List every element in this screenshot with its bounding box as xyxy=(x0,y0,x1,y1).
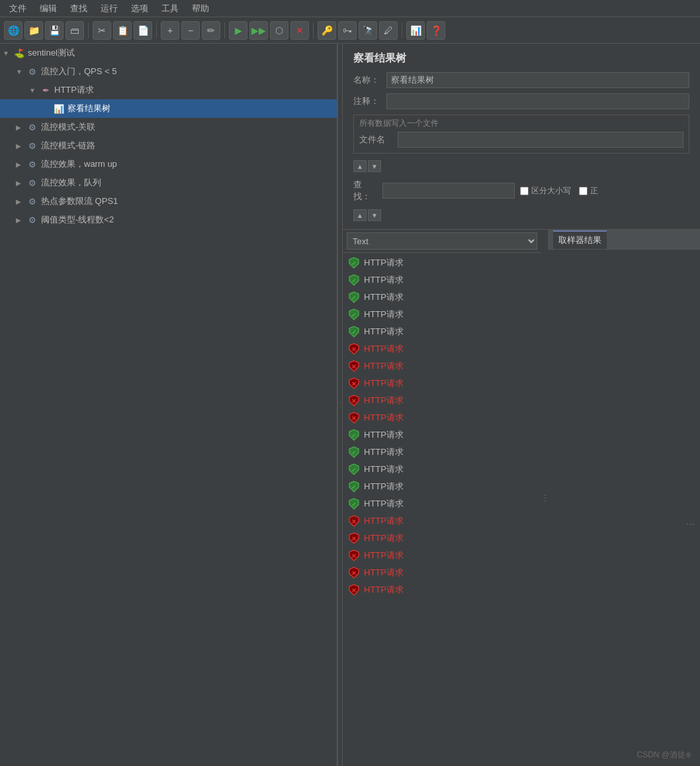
tree-arrow-sentinel: ▼ xyxy=(3,50,13,57)
result-item-text: HTTP请求 xyxy=(364,429,404,441)
success-icon: ✓ xyxy=(348,326,360,338)
result-item[interactable]: ✕HTTP请求 xyxy=(343,340,541,358)
result-item[interactable]: ✕HTTP请求 xyxy=(343,530,541,547)
success-icon: ✓ xyxy=(348,429,360,441)
toolbar-remove[interactable]: − xyxy=(181,21,200,40)
tree-item-http-parent[interactable]: ▼ ✒ HTTP请求 xyxy=(0,81,337,99)
toolbar-save-all[interactable]: 💾 xyxy=(45,21,64,40)
tree-item-view-result[interactable]: 📊 察看结果树 xyxy=(0,99,337,118)
toolbar-run[interactable]: ▶ xyxy=(229,21,247,40)
result-item[interactable]: ✕HTTP请求 xyxy=(343,547,541,564)
error-icon: ✕ xyxy=(348,360,360,372)
result-item[interactable]: ✓HTTP请求 xyxy=(343,426,541,444)
svg-text:✕: ✕ xyxy=(351,381,357,387)
name-input[interactable] xyxy=(386,72,689,88)
toolbar-help[interactable]: ❓ xyxy=(427,21,445,40)
toolbar-search[interactable]: 🔭 xyxy=(359,21,377,40)
result-item-text: HTTP请求 xyxy=(364,567,404,579)
menu-run[interactable]: 运行 xyxy=(95,1,123,16)
tree-item-flow-chain[interactable]: ▶ ⚙ 流控模式-链路 xyxy=(0,136,337,155)
tree-item-flow-queue[interactable]: ▶ ⚙ 流控效果，队列 xyxy=(0,173,337,192)
regexp-check[interactable]: 正 xyxy=(579,185,598,197)
gear-icon-flow: ⚙ xyxy=(26,66,38,77)
tree-item-flow-warmup[interactable]: ▶ ⚙ 流控效果，warm up xyxy=(0,155,337,173)
result-item[interactable]: ✕HTTP请求 xyxy=(343,512,541,530)
result-item[interactable]: ✕HTTP请求 xyxy=(343,358,541,375)
svg-text:✓: ✓ xyxy=(351,277,357,284)
toolbar-toggle[interactable]: ⬡ xyxy=(270,21,288,40)
gear-icon-warmup: ⚙ xyxy=(26,158,38,170)
comment-row: 注释： xyxy=(353,93,689,109)
toolbar-key1[interactable]: 🔑 xyxy=(318,21,336,40)
case-sensitive-check[interactable]: 区分大小写 xyxy=(520,185,571,197)
toolbar-new-project[interactable]: 🌐 xyxy=(4,21,22,40)
file-input[interactable] xyxy=(398,132,683,148)
toolbar-pen[interactable]: 🖊 xyxy=(379,21,398,40)
tree-label-warmup: 流控效果，warm up xyxy=(41,158,117,170)
result-item[interactable]: ✕HTTP请求 xyxy=(343,581,541,598)
error-icon: ✕ xyxy=(348,550,360,561)
nav-up-btn-2[interactable]: ▲ xyxy=(353,209,367,221)
tree-arrow-queue: ▶ xyxy=(16,179,26,187)
tree-label-queue: 流控效果，队列 xyxy=(41,177,101,189)
nav-down-btn[interactable]: ▼ xyxy=(368,160,381,172)
result-item[interactable]: ✓HTTP请求 xyxy=(343,306,541,323)
result-item[interactable]: ✕HTTP请求 xyxy=(343,375,541,392)
menu-edit[interactable]: 编辑 xyxy=(34,1,62,16)
result-item-text: HTTP请求 xyxy=(364,377,404,389)
result-item[interactable]: ✓HTTP请求 xyxy=(343,254,541,271)
tab-sampler-result[interactable]: 取样器结果 xyxy=(553,230,607,249)
tree-label-hotparam: 热点参数限流 QPS1 xyxy=(41,195,118,207)
tree-item-hotparam[interactable]: ▶ ⚙ 热点参数限流 QPS1 xyxy=(0,192,337,211)
result-item[interactable]: ✓HTTP请求 xyxy=(343,478,541,495)
toolbar-edit[interactable]: ✏ xyxy=(202,21,220,40)
view-mode-select[interactable]: Text XML JSON Rendered xyxy=(347,232,537,250)
result-item-text: HTTP请求 xyxy=(364,550,404,561)
tree-item-flow-entry[interactable]: ▼ ⚙ 流控入门，QPS < 5 xyxy=(0,62,337,81)
result-item[interactable]: ✓HTTP请求 xyxy=(343,444,541,461)
tree-item-threshold[interactable]: ▶ ⚙ 阈值类型-线程数<2 xyxy=(0,211,337,229)
main-splitter[interactable]: ⋮ xyxy=(337,44,343,766)
menu-help[interactable]: 帮助 xyxy=(187,1,214,16)
toolbar-paste[interactable]: 📄 xyxy=(134,21,152,40)
svg-text:✓: ✓ xyxy=(351,484,357,491)
toolbar-cut[interactable]: ✂ xyxy=(93,21,111,40)
menu-tools[interactable]: 工具 xyxy=(156,1,184,16)
comment-input[interactable] xyxy=(386,93,689,109)
toolbar-copy[interactable]: 📋 xyxy=(113,21,132,40)
toolbar-run-all[interactable]: ▶▶ xyxy=(249,21,268,40)
menu-options[interactable]: 选项 xyxy=(126,1,153,16)
search-input[interactable] xyxy=(382,183,515,199)
list-sample-splitter[interactable]: ⋮ xyxy=(541,230,548,766)
menu-find[interactable]: 查找 xyxy=(65,1,93,16)
menu-file[interactable]: 文件 xyxy=(4,1,32,16)
toolbar-open[interactable]: 📁 xyxy=(24,21,43,40)
svg-text:✓: ✓ xyxy=(351,501,357,508)
right-edge-dots[interactable]: ⋮ xyxy=(683,517,699,533)
result-item[interactable]: ✓HTTP请求 xyxy=(343,289,541,306)
tree-item-sentinel-test[interactable]: ▼ ⛳ sentinel测试 xyxy=(0,44,337,62)
toolbar-sep2 xyxy=(156,23,157,38)
toolbar-add[interactable]: + xyxy=(161,21,179,40)
result-item[interactable]: ✕HTTP请求 xyxy=(343,392,541,409)
result-item[interactable]: ✕HTTP请求 xyxy=(343,409,541,426)
result-item[interactable]: ✓HTTP请求 xyxy=(343,323,541,340)
regexp-checkbox[interactable] xyxy=(579,187,588,195)
result-item[interactable]: ✕HTTP请求 xyxy=(343,564,541,581)
toolbar: 🌐 📁 💾 🗃 ✂ 📋 📄 + − ✏ ▶ ▶▶ ⬡ ✕ 🔑 🗝 🔭 🖊 📊 ❓ xyxy=(0,17,700,44)
case-sensitive-checkbox[interactable] xyxy=(520,187,529,195)
toolbar-key2[interactable]: 🗝 xyxy=(338,21,357,40)
result-item[interactable]: ✓HTTP请求 xyxy=(343,461,541,478)
toolbar-report[interactable]: 📊 xyxy=(406,21,425,40)
toolbar-save[interactable]: 🗃 xyxy=(66,21,84,40)
tree-item-flow-link[interactable]: ▶ ⚙ 流控模式-关联 xyxy=(0,118,337,136)
nav-arrows-2: ▲ ▼ xyxy=(353,207,689,224)
svg-text:✕: ✕ xyxy=(351,587,357,594)
nav-down-btn-2[interactable]: ▼ xyxy=(368,209,381,221)
result-item[interactable]: ✓HTTP请求 xyxy=(343,271,541,289)
result-item[interactable]: ✓HTTP请求 xyxy=(343,495,541,512)
nav-up-btn[interactable]: ▲ xyxy=(353,160,367,172)
success-icon: ✓ xyxy=(348,274,360,286)
toolbar-stop[interactable]: ✕ xyxy=(290,21,309,40)
toolbar-sep5 xyxy=(402,23,402,38)
